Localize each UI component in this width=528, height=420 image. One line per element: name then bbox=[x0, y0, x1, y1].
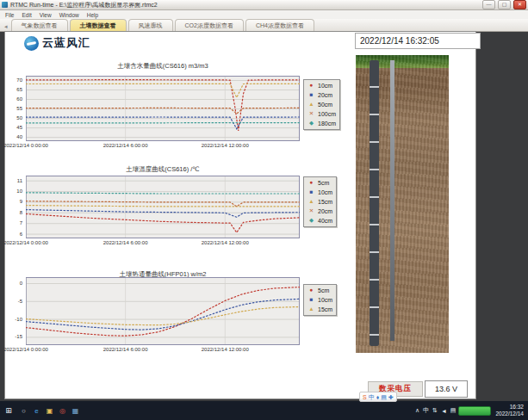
y-axis-tick-label: 7 bbox=[5, 220, 22, 225]
legend-label: 20cm bbox=[318, 208, 332, 214]
x-axis-tick-label: 2022/12/14 6:00:00 bbox=[103, 143, 148, 148]
x-axis-tick-label: 2022/12/14 0:00:00 bbox=[3, 143, 48, 148]
sensor-probe-main bbox=[370, 60, 379, 346]
taskbar-clock[interactable]: 16:32 2022/12/14 bbox=[495, 404, 524, 418]
y-axis-tick-label: 0 bbox=[5, 281, 22, 286]
usb-icon[interactable]: ⇅ bbox=[432, 407, 438, 414]
tab-1[interactable]: 土壤数据查看 bbox=[70, 19, 127, 31]
file-explorer-icon[interactable]: ▣ bbox=[43, 407, 56, 415]
square-marker-icon: ■ bbox=[307, 297, 315, 303]
y-axis-tick-label: -15 bbox=[5, 334, 22, 339]
legend-label: 20cm bbox=[318, 92, 332, 98]
brand-logo: 云蓝风汇 bbox=[24, 35, 90, 51]
volume-icon[interactable]: ◄ bbox=[441, 408, 447, 414]
ime-toolbar: S中♦▤✚ bbox=[359, 392, 397, 402]
legend-entry: ◆180cm bbox=[307, 120, 336, 127]
legend-entry: ●5cm bbox=[307, 287, 332, 293]
tray-expand-icon[interactable]: ∧ bbox=[415, 407, 419, 414]
x-axis-tick-label: 2022/12/14 12:00:00 bbox=[202, 143, 249, 148]
tab-3[interactable]: CO2浓度数据查看 bbox=[175, 19, 244, 31]
remote-status-panel[interactable] bbox=[458, 406, 491, 416]
x-axis-tick-label: 2022/12/14 0:00:00 bbox=[3, 347, 48, 352]
legend-label: 5cm bbox=[318, 287, 329, 293]
circle-marker-icon: ● bbox=[307, 83, 315, 89]
start-button[interactable]: ⊞ bbox=[0, 406, 17, 415]
square-marker-icon: ■ bbox=[307, 189, 315, 195]
minimize-button[interactable]: — bbox=[482, 0, 495, 9]
y-axis-tick-label: 11 bbox=[5, 178, 22, 183]
search-icon[interactable]: ○ bbox=[17, 407, 30, 415]
chart-plot-area bbox=[26, 76, 300, 141]
menu-item-file[interactable]: File bbox=[5, 12, 14, 18]
chart-title: 土壤温度曲线(CS616) /℃ bbox=[26, 165, 300, 174]
datetime-display: 2022/12/14 16:32:05 bbox=[355, 33, 481, 49]
chart-title: 土壤含水量曲线(CS616) m3/m3 bbox=[26, 62, 300, 71]
ime-lang-icon[interactable]: 中 bbox=[423, 406, 429, 415]
legend-entry: ✕100cm bbox=[307, 111, 336, 117]
y-axis-tick-label: 45 bbox=[5, 125, 22, 130]
triangle-marker-icon: ▲ bbox=[307, 102, 315, 108]
legend-entry: ●10cm bbox=[307, 83, 336, 89]
rtmc-app-icon bbox=[2, 2, 8, 8]
legend-label: 10cm bbox=[318, 83, 332, 89]
brand-logo-icon bbox=[24, 36, 39, 51]
circle-marker-icon: ● bbox=[307, 180, 315, 186]
taskbar-date: 2022/12/14 bbox=[495, 411, 524, 417]
taskbar-app-icons: ○e▣◎▦ bbox=[17, 407, 82, 415]
y-axis-tick-label: 10 bbox=[5, 188, 22, 194]
diamond-marker-icon: ◆ bbox=[307, 120, 315, 127]
keyboard-icon[interactable]: ▤ bbox=[381, 394, 387, 400]
triangle-marker-icon: ▲ bbox=[307, 199, 315, 205]
legend-entry: ◆40cm bbox=[307, 218, 332, 224]
toolbox-icon[interactable]: ✚ bbox=[388, 394, 394, 400]
app-window-icon[interactable]: ▦ bbox=[69, 407, 82, 415]
y-axis-tick-label: 8 bbox=[5, 210, 22, 215]
menu-item-help[interactable]: Help bbox=[87, 12, 98, 18]
y-axis-tick-label: 65 bbox=[5, 87, 22, 92]
legend-entry: ▲15cm bbox=[307, 199, 332, 205]
y-axis-tick-label: 50 bbox=[5, 115, 22, 120]
logger-voltage-value: 13.6 V bbox=[425, 380, 468, 398]
tab-0[interactable]: 气象数据查看 bbox=[11, 19, 68, 31]
sensor-probe-thin bbox=[390, 60, 394, 341]
triangle-marker-icon: ▲ bbox=[307, 306, 315, 312]
sogou-logo-icon[interactable]: S bbox=[363, 394, 367, 400]
x-axis-tick-label: 2022/12/14 0:00:00 bbox=[3, 240, 48, 245]
y-axis-tick-label: -10 bbox=[5, 317, 22, 322]
ime-mode-icon[interactable]: 中 bbox=[369, 394, 375, 400]
brand-logo-text: 云蓝风汇 bbox=[42, 35, 90, 51]
chart-legend: ●5cm■10cm▲15cm bbox=[303, 284, 337, 316]
menu-item-view[interactable]: View bbox=[40, 12, 52, 18]
y-axis-tick-label: 55 bbox=[5, 106, 22, 111]
menu-item-edit[interactable]: Edit bbox=[22, 12, 31, 18]
legend-entry: ▲15cm bbox=[307, 306, 332, 312]
network-icon[interactable]: ▤ bbox=[450, 407, 457, 414]
circle-marker-icon: ● bbox=[307, 287, 315, 293]
legend-label: 40cm bbox=[318, 218, 332, 224]
x-marker-icon: ✕ bbox=[307, 208, 315, 214]
chart-plot-area bbox=[26, 277, 300, 345]
legend-label: 180cm bbox=[318, 120, 336, 127]
y-axis-tick-label: 9 bbox=[5, 199, 22, 204]
tab-2[interactable]: 风速廓线 bbox=[128, 19, 173, 31]
tab-4[interactable]: CH4浓度数据查看 bbox=[245, 19, 314, 31]
y-axis-tick-label: 6 bbox=[5, 232, 22, 237]
y-axis-tick-label: -5 bbox=[5, 299, 22, 304]
chart-legend: ●5cm■10cm▲15cm✕20cm◆40cm bbox=[303, 176, 337, 227]
x-axis-tick-label: 2022/12/14 6:00:00 bbox=[103, 240, 148, 245]
edge-browser-icon[interactable]: e bbox=[30, 407, 43, 415]
legend-label: 10cm bbox=[318, 297, 332, 303]
legend-label: 15cm bbox=[318, 199, 332, 205]
taskbar: ⊞ ○e▣◎▦ ∧中⇅◄▤ 16:32 2022/12/14 bbox=[0, 401, 528, 420]
maximize-button[interactable]: ▢ bbox=[498, 0, 511, 9]
window-title: RTMC Run-time - E:\监控程序\禹城数据显示界面.rtmc2 bbox=[10, 1, 480, 9]
chrome-icon[interactable]: ◎ bbox=[56, 407, 69, 415]
menu-item-window[interactable]: Window bbox=[59, 12, 79, 18]
tab-bar: ◂ 气象数据查看土壤数据查看风速廓线CO2浓度数据查看CH4浓度数据查看 bbox=[0, 19, 528, 32]
y-axis-tick-label: 60 bbox=[5, 96, 22, 102]
tab-scroll-left-icon[interactable]: ◂ bbox=[3, 23, 9, 31]
legend-label: 100cm bbox=[318, 111, 336, 117]
close-button[interactable]: ✕ bbox=[513, 0, 526, 9]
mic-icon[interactable]: ♦ bbox=[376, 394, 380, 400]
legend-entry: ■20cm bbox=[307, 92, 336, 98]
